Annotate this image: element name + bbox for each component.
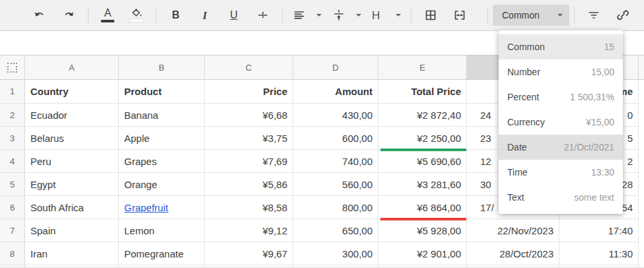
cell-E6[interactable]: ¥6 864,00 (378, 196, 467, 219)
vertical-align-icon (332, 9, 345, 22)
cell-E5[interactable]: ¥3 281,60 (378, 173, 467, 196)
cell-D7[interactable]: 650,00 (293, 219, 378, 242)
cell-F8[interactable]: 28/Oct/2023 (467, 242, 559, 265)
separator (156, 7, 157, 24)
column-header-B[interactable]: B (119, 55, 205, 79)
bold-button[interactable]: B (162, 4, 189, 26)
fill-color-swatch (130, 19, 143, 22)
cell-B2[interactable]: Banana (119, 104, 205, 127)
row-header-5[interactable]: 5 (0, 173, 25, 196)
link-button[interactable] (610, 4, 636, 26)
cell-A9[interactable] (25, 265, 119, 268)
row-header-2[interactable]: 2 (0, 104, 25, 127)
cell-D3[interactable]: 600,00 (293, 127, 378, 150)
cell-A1[interactable]: Country (25, 80, 119, 104)
cell-A6[interactable]: South Africa (25, 196, 119, 219)
cell-B1[interactable]: Product (119, 80, 205, 104)
cell-E7[interactable]: ¥5 928,00 (378, 219, 467, 242)
row-header-6[interactable]: 6 (0, 196, 25, 219)
cell-B9[interactable] (119, 265, 205, 268)
column-header-A[interactable]: A (25, 55, 119, 79)
column-header-D[interactable]: D (293, 55, 378, 79)
format-option-date[interactable]: Date 21/Oct/2021 (499, 135, 623, 160)
cell-F9[interactable] (467, 265, 559, 268)
chevron-down-icon (396, 14, 401, 17)
cell-E3[interactable]: ¥2 250,00 (378, 127, 467, 150)
cell-D4[interactable]: 740,00 (293, 150, 378, 173)
cell-C5[interactable]: ¥5,86 (205, 173, 293, 196)
format-option-common[interactable]: Common 15 (499, 34, 623, 59)
select-all-button[interactable] (0, 55, 25, 79)
cell-hyperlink[interactable]: Grapefruit (124, 202, 168, 213)
underline-icon: U (230, 10, 238, 20)
merge-cells-button[interactable] (447, 4, 473, 26)
cell-C3[interactable]: ¥3,75 (205, 127, 293, 150)
cell-G8[interactable]: 11:30 (559, 242, 639, 265)
cell-A3[interactable]: Belarus (25, 127, 119, 150)
cell-B3[interactable]: Apple (119, 127, 205, 150)
cell-C8[interactable]: ¥9,67 (205, 242, 293, 265)
row-header-7[interactable]: 7 (0, 219, 25, 242)
italic-button[interactable]: I (192, 4, 218, 26)
underline-button[interactable]: U (221, 4, 247, 26)
cell-A2[interactable]: Ecuador (25, 104, 119, 127)
format-option-percent[interactable]: Percent 1 500,31% (499, 84, 623, 110)
cell-C2[interactable]: ¥6,68 (205, 104, 293, 127)
number-format-button[interactable]: Common (493, 5, 569, 26)
undo-button[interactable] (26, 4, 53, 26)
strikethrough-button[interactable] (250, 4, 276, 26)
sheet-row-9: 9 (0, 265, 644, 268)
row-header-3[interactable]: 3 (0, 127, 25, 150)
cell-B6[interactable]: Grapefruit (119, 196, 205, 219)
cell-A4[interactable]: Peru (25, 150, 119, 173)
cell-D2[interactable]: 430,00 (293, 104, 378, 127)
cell-B8[interactable]: Pomegranate (119, 242, 205, 265)
vertical-align-button[interactable] (328, 4, 365, 26)
cell-D8[interactable]: 300,00 (293, 242, 378, 265)
cell-B4[interactable]: Grapes (119, 150, 205, 173)
cell-C4[interactable]: ¥7,69 (205, 150, 293, 173)
cell-C7[interactable]: ¥9,12 (205, 219, 293, 242)
cell-D5[interactable]: 560,00 (293, 173, 378, 196)
format-option-currency[interactable]: Currency ¥15,00 (499, 110, 623, 135)
cell-C9[interactable] (205, 265, 293, 268)
chevron-down-icon (557, 14, 563, 17)
column-header-C[interactable]: C (205, 55, 293, 79)
chevron-down-icon (356, 14, 361, 17)
format-option-time[interactable]: Time 13:30 (499, 160, 623, 185)
cell-E2[interactable]: ¥2 872,40 (378, 104, 467, 127)
row-header-1[interactable]: 1 (0, 80, 25, 104)
cell-A5[interactable]: Egypt (25, 173, 119, 196)
cell-B5[interactable]: Orange (119, 173, 205, 196)
cell-E1[interactable]: Total Price (378, 80, 467, 104)
cell-G9[interactable] (559, 265, 639, 268)
cell-F7[interactable]: 22/Nov/2023 (467, 219, 559, 242)
cell-E4[interactable]: ¥5 690,60 (378, 150, 467, 173)
borders-button[interactable] (417, 4, 444, 26)
horizontal-align-button[interactable] (289, 4, 326, 26)
cell-A7[interactable]: Spain (25, 219, 119, 242)
row-header-9[interactable]: 9 (0, 265, 25, 268)
row-header-4[interactable]: 4 (0, 150, 25, 173)
fill-color-button[interactable] (124, 4, 150, 26)
cell-G7[interactable]: 17:40 (559, 219, 639, 242)
cell-C1[interactable]: Price (205, 80, 293, 104)
format-option-text[interactable]: Text some text (499, 185, 623, 210)
cell-D1[interactable]: Amount (293, 80, 378, 104)
cell-A8[interactable]: Iran (25, 242, 119, 265)
redo-icon (62, 9, 75, 22)
filter-button[interactable] (581, 4, 607, 26)
cell-D9[interactable] (293, 265, 378, 268)
row-header-8[interactable]: 8 (0, 242, 25, 265)
format-option-label: Number (507, 67, 540, 77)
cell-D6[interactable]: 800,00 (293, 196, 378, 219)
font-color-button[interactable]: A (94, 4, 121, 26)
cell-B7[interactable]: Lemon (119, 219, 205, 242)
column-header-E[interactable]: E (378, 55, 467, 79)
cell-E9[interactable] (378, 265, 467, 268)
heading-style-button[interactable]: H (368, 4, 405, 26)
cell-E8[interactable]: ¥2 901,00 (378, 242, 467, 265)
cell-C6[interactable]: ¥8,58 (205, 196, 293, 219)
redo-button[interactable] (55, 4, 82, 26)
format-option-number[interactable]: Number 15,00 (499, 59, 623, 84)
